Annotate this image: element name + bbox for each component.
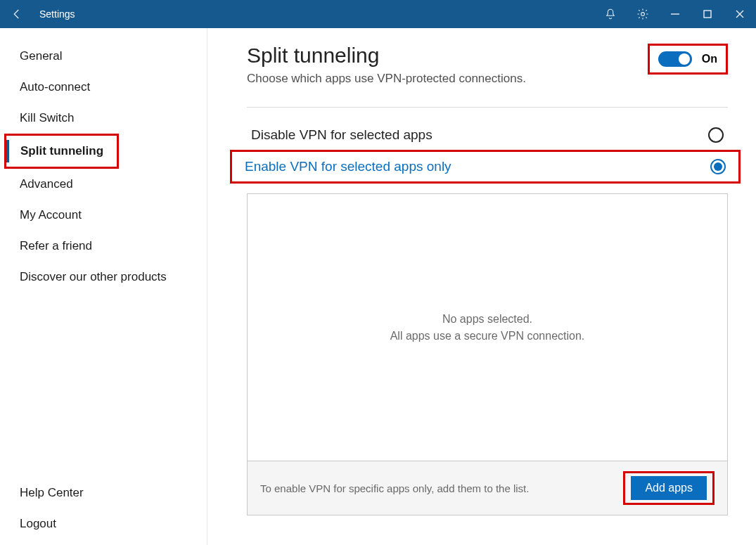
window-title: Settings bbox=[39, 8, 75, 20]
sidebar-item-splittunneling[interactable]: Split tunneling bbox=[6, 136, 117, 167]
option-label: Disable VPN for selected apps bbox=[251, 127, 433, 143]
sidebar: General Auto-connect Kill Switch Split t… bbox=[0, 28, 207, 545]
content-pane: Split tunneling Choose which apps use VP… bbox=[207, 28, 756, 545]
page-heading: Split tunneling bbox=[247, 44, 526, 68]
heading-block: Split tunneling Choose which apps use VP… bbox=[247, 44, 526, 86]
add-apps-button[interactable]: Add apps bbox=[631, 476, 707, 500]
maximize-icon bbox=[703, 9, 712, 19]
toggle-label: On bbox=[702, 53, 717, 65]
maximize-button[interactable] bbox=[691, 0, 724, 28]
separator bbox=[247, 107, 728, 108]
page-subtitle: Choose which apps use VPN-protected conn… bbox=[247, 72, 526, 86]
highlight-box-sidebar: Split tunneling bbox=[4, 134, 119, 169]
apps-list-box: No apps selected. All apps use a secure … bbox=[247, 193, 728, 515]
highlight-box-option: Enable VPN for selected apps only bbox=[230, 150, 741, 184]
sidebar-item-autoconnect[interactable]: Auto-connect bbox=[0, 72, 207, 103]
close-button[interactable] bbox=[724, 0, 756, 28]
radio-selected-icon bbox=[710, 159, 726, 174]
apps-empty-line1: No apps selected. bbox=[442, 311, 532, 328]
minimize-button[interactable] bbox=[659, 0, 691, 28]
heading-row: Split tunneling Choose which apps use VP… bbox=[247, 44, 728, 86]
sidebar-item-advanced[interactable]: Advanced bbox=[0, 169, 207, 200]
highlight-box-add-apps: Add apps bbox=[623, 471, 715, 505]
sidebar-item-killswitch[interactable]: Kill Switch bbox=[0, 103, 207, 134]
apps-footer: To enable VPN for specific apps only, ad… bbox=[248, 461, 727, 515]
gear-icon bbox=[636, 8, 649, 20]
highlight-box-toggle: On bbox=[648, 44, 728, 75]
sidebar-item-general[interactable]: General bbox=[0, 41, 207, 72]
sidebar-item-discover[interactable]: Discover our other products bbox=[0, 262, 207, 293]
split-tunneling-toggle[interactable] bbox=[658, 51, 692, 67]
option-enable-vpn[interactable]: Enable VPN for selected apps only bbox=[236, 152, 734, 181]
minimize-icon bbox=[670, 9, 680, 19]
apps-empty-line2: All apps use a secure VPN connection. bbox=[390, 328, 585, 345]
back-button[interactable] bbox=[6, 0, 28, 28]
sidebar-bottom: Help Center Logout bbox=[0, 477, 207, 539]
titlebar: Settings bbox=[0, 0, 756, 28]
arrow-left-icon bbox=[11, 8, 23, 20]
svg-point-0 bbox=[641, 13, 645, 16]
notifications-button[interactable] bbox=[594, 0, 627, 28]
apps-empty-state: No apps selected. All apps use a secure … bbox=[248, 194, 727, 461]
close-icon bbox=[735, 9, 745, 19]
settings-button[interactable] bbox=[627, 0, 659, 28]
option-disable-vpn[interactable]: Disable VPN for selected apps bbox=[247, 120, 728, 150]
toggle-knob bbox=[679, 53, 690, 65]
apps-footer-note: To enable VPN for specific apps only, ad… bbox=[260, 482, 529, 494]
svg-rect-2 bbox=[704, 11, 711, 18]
radio-unselected-icon bbox=[708, 127, 724, 143]
sidebar-item-help[interactable]: Help Center bbox=[0, 477, 207, 508]
sidebar-item-myaccount[interactable]: My Account bbox=[0, 200, 207, 231]
bell-icon bbox=[604, 8, 617, 20]
sidebar-item-refer[interactable]: Refer a friend bbox=[0, 231, 207, 262]
sidebar-item-logout[interactable]: Logout bbox=[0, 508, 207, 539]
main-layout: General Auto-connect Kill Switch Split t… bbox=[0, 28, 756, 545]
option-label: Enable VPN for selected apps only bbox=[245, 159, 451, 174]
